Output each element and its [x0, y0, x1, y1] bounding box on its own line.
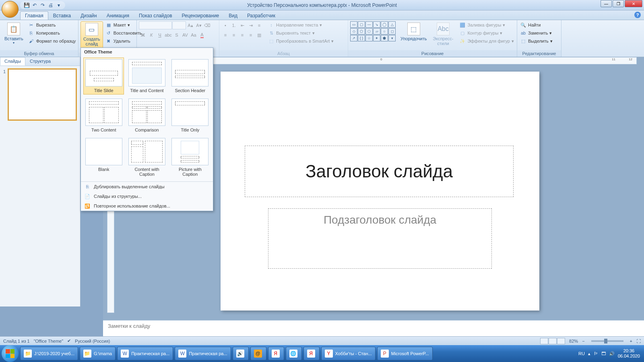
notes-pane[interactable]: Заметки к слайду	[103, 320, 644, 336]
shape-outline-button[interactable]: ▢Контур фигуры ▾	[458, 29, 515, 37]
find-button[interactable]: 🔍Найти	[519, 21, 541, 29]
layout-title-content[interactable]: Title and Content	[126, 58, 167, 95]
shrink-font-button[interactable]: A▾	[195, 21, 203, 29]
align-right-button[interactable]: ≡	[238, 31, 246, 39]
reuse-slides-item[interactable]: 🔁Повторное использование слайдов...	[81, 201, 213, 211]
bullets-button[interactable]: •	[221, 21, 229, 29]
sidetab-slides[interactable]: Слайды	[0, 57, 25, 66]
office-button[interactable]	[2, 1, 19, 18]
redo-icon[interactable]: ↷	[39, 2, 46, 8]
sorter-view-button[interactable]	[549, 338, 557, 344]
tray-flag-icon[interactable]: 🏳	[594, 351, 598, 356]
arrange-button[interactable]: ⬚ Упорядочить	[398, 21, 429, 42]
print-icon[interactable]: 🖨	[47, 2, 54, 8]
italic-button[interactable]: К	[147, 31, 155, 39]
copy-button[interactable]: ⎘Копировать	[27, 29, 77, 37]
task-browser[interactable]: YХобби'ты - Стан...	[321, 347, 376, 360]
tab-review[interactable]: Рецензирование	[177, 11, 224, 20]
tray-chevron-icon[interactable]: ▴	[588, 351, 590, 356]
spacing-button[interactable]: AV	[181, 31, 189, 39]
layout-picture-caption[interactable]: Picture with Caption	[170, 136, 211, 178]
zoom-out-button[interactable]: −	[582, 339, 584, 343]
slide-thumbnail-1[interactable]: 1	[0, 66, 80, 124]
zoom-slider[interactable]	[591, 340, 623, 342]
tray-battery-icon[interactable]: 🗔	[601, 351, 606, 356]
fit-button[interactable]: ⛶	[636, 339, 641, 343]
task-yandex-1[interactable]: Я	[268, 347, 284, 360]
task-chrome[interactable]: 🌐	[286, 347, 302, 360]
tray-lang[interactable]: RU	[578, 351, 585, 356]
layout-title-slide[interactable]: Title Slide	[83, 58, 124, 95]
duplicate-slides-item[interactable]: ⎘Дублировать выделенные слайды	[81, 182, 213, 191]
slides-from-outline-item[interactable]: 📄Слайды из структуры...	[81, 191, 213, 201]
case-button[interactable]: Aa	[190, 31, 198, 39]
layout-content-caption[interactable]: Content with Caption	[126, 136, 167, 178]
task-mail[interactable]: @	[250, 347, 266, 360]
tab-insert[interactable]: Вставка	[48, 11, 76, 20]
select-button[interactable]: ⬚Выделить ▾	[519, 37, 553, 45]
close-button[interactable]: ✕	[625, 0, 642, 7]
layout-blank[interactable]: Blank	[83, 136, 124, 178]
task-word-2[interactable]: WПрактическая ра...	[175, 347, 231, 360]
subtitle-placeholder[interactable]: Подзаголовок слайда	[268, 208, 492, 269]
layout-comparison[interactable]: Comparison	[126, 97, 167, 134]
normal-view-button[interactable]	[540, 338, 548, 344]
clear-format-button[interactable]: ⌫	[203, 21, 211, 29]
underline-button[interactable]: Ч	[156, 31, 164, 39]
help-icon[interactable]: ?	[634, 12, 641, 18]
shadow-button[interactable]: S	[173, 31, 181, 39]
task-word-1[interactable]: WПрактическая ра...	[117, 347, 173, 360]
task-volume[interactable]: 🔊	[233, 347, 249, 360]
save-icon[interactable]: 💾	[23, 2, 30, 8]
title-placeholder[interactable]: Заголовок слайда	[245, 146, 514, 197]
tab-home[interactable]: Главная	[20, 11, 48, 20]
outdent-button[interactable]: ⇤	[238, 21, 246, 29]
quick-styles-button[interactable]: Abc Экспресс-стили	[429, 21, 457, 47]
font-color-button[interactable]: A	[198, 31, 206, 39]
format-painter-button[interactable]: 🖌Формат по образцу	[27, 37, 77, 45]
columns-button[interactable]: ▥	[255, 31, 263, 39]
replace-button[interactable]: abЗаменить ▾	[519, 29, 553, 37]
slide-canvas[interactable]: Заголовок слайда Подзаголовок слайда	[221, 72, 539, 311]
sidetab-outline[interactable]: Структура	[25, 57, 55, 66]
tray-sound-icon[interactable]: 🔊	[609, 351, 615, 356]
undo-icon[interactable]: ↶	[31, 2, 38, 8]
shape-fill-button[interactable]: 🟦Заливка фигуры ▾	[458, 21, 515, 29]
numbering-button[interactable]: 1.	[230, 21, 238, 29]
grow-font-button[interactable]: A▴	[186, 21, 194, 29]
task-folder-2[interactable]: 📁G:\mama	[80, 347, 116, 360]
font-name-input[interactable]	[139, 21, 172, 29]
start-button[interactable]	[2, 345, 19, 362]
tab-slideshow[interactable]: Показ слайдов	[134, 11, 177, 20]
layout-section-header[interactable]: Section Header	[170, 58, 211, 95]
tab-design[interactable]: Дизайн	[76, 11, 101, 20]
slideshow-view-button[interactable]	[557, 338, 565, 344]
font-size-input[interactable]	[172, 21, 186, 29]
smartart-button[interactable]: ⬚Преобразовать в SmartArt ▾	[267, 37, 334, 45]
tab-developer[interactable]: Разработчик	[242, 11, 280, 20]
status-language[interactable]: Русский (Россия)	[75, 339, 110, 343]
linesp-button[interactable]: ≡	[255, 21, 263, 29]
cut-button[interactable]: ✂Вырезать	[27, 21, 77, 29]
zoom-in-button[interactable]: +	[630, 339, 632, 343]
shapes-gallery[interactable]: ▭▢—↘◯△ ◇⬠⬡▱○◻ ↗{ }☆✦⬟▾	[350, 21, 396, 41]
justify-button[interactable]: ≡	[247, 31, 255, 39]
align-text-button[interactable]: ⇅Выровнять текст ▾	[267, 29, 334, 37]
align-center-button[interactable]: ≡	[230, 31, 238, 39]
task-yandex-2[interactable]: Я	[303, 347, 320, 360]
tray-clock[interactable]: 20:36 06.04.2020	[618, 348, 640, 359]
indent-button[interactable]: ⇥	[247, 21, 255, 29]
align-left-button[interactable]: ≡	[221, 31, 229, 39]
shape-effects-button[interactable]: ✨Эффекты для фигур ▾	[458, 37, 515, 45]
layout-title-only[interactable]: Title Only	[170, 97, 211, 134]
strike-button[interactable]: abc	[164, 31, 172, 39]
text-direction-button[interactable]: ↕Направление текста ▾	[267, 21, 334, 29]
qat-more-icon[interactable]: ▾	[56, 2, 62, 8]
layout-two-content[interactable]: Two Content	[83, 97, 124, 134]
new-slide-button[interactable]: ▭ Создать слайд▾	[80, 21, 103, 51]
paste-button[interactable]: 📋 Вставить▾	[2, 21, 26, 46]
task-powerpoint[interactable]: PMicrosoft PowerP...	[377, 347, 433, 360]
minimize-button[interactable]: —	[601, 0, 612, 7]
tab-view[interactable]: Вид	[224, 11, 242, 20]
bold-button[interactable]: Ж	[139, 31, 147, 39]
